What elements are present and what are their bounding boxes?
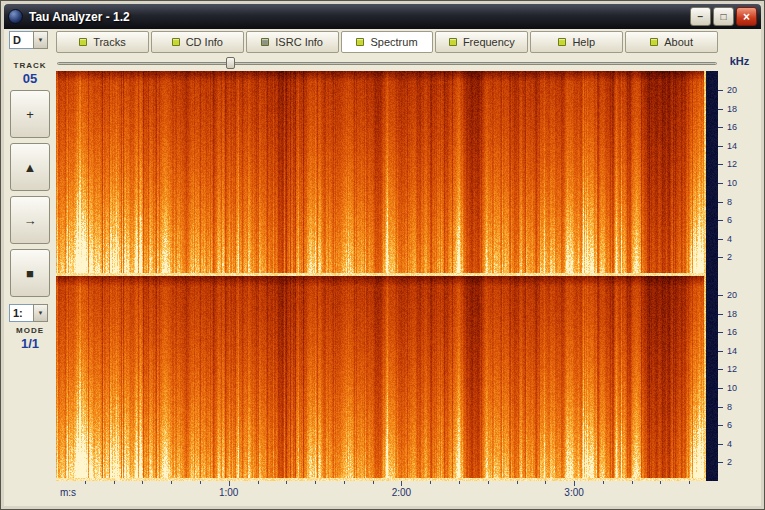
freq-tick-mark xyxy=(718,146,723,147)
freq-tick-mark xyxy=(718,425,723,426)
time-tick-mark xyxy=(344,481,345,484)
time-tick-mark xyxy=(286,481,287,484)
freq-tick-label: 20 xyxy=(727,86,737,95)
freq-tick-mark xyxy=(718,295,723,296)
dropdown-arrow-icon[interactable]: ▼ xyxy=(33,31,48,49)
time-tick-mark xyxy=(603,481,604,484)
tab-spectrum[interactable]: Spectrum xyxy=(341,31,434,53)
freq-tick-label: 4 xyxy=(727,440,732,449)
time-tick-mark xyxy=(488,481,489,484)
time-tick-label: 3:00 xyxy=(564,487,583,498)
tab-bar: TracksCD InfoISRC InfoSpectrumFrequencyH… xyxy=(56,31,718,53)
tab-status-icon xyxy=(79,38,87,46)
close-button[interactable]: × xyxy=(736,7,757,26)
time-tick-mark xyxy=(114,481,115,484)
time-tick-mark xyxy=(632,481,633,484)
time-tick-mark xyxy=(574,481,575,486)
time-tick-mark xyxy=(171,481,172,484)
tab-status-icon xyxy=(172,38,180,46)
tab-status-icon xyxy=(558,38,566,46)
freq-tick-label: 18 xyxy=(727,105,737,114)
freq-tick-label: 14 xyxy=(727,142,737,151)
time-tick-mark xyxy=(517,481,518,484)
eject-icon: ▲ xyxy=(24,160,37,175)
tab-label: Help xyxy=(572,36,595,48)
time-tick-mark xyxy=(401,481,402,486)
tab-label: CD Info xyxy=(186,36,223,48)
time-tick-mark xyxy=(229,481,230,486)
freq-tick-label: 12 xyxy=(727,365,737,374)
app-window: Tau Analyzer - 1.2 − □ × TracksCD InfoIS… xyxy=(0,0,765,510)
maximize-button[interactable]: □ xyxy=(713,7,734,26)
freq-tick-label: 12 xyxy=(727,160,737,169)
spectrogram-canvas xyxy=(56,71,718,481)
freq-tick-mark xyxy=(718,202,723,203)
freq-tick-mark xyxy=(718,462,723,463)
tab-label: Spectrum xyxy=(370,36,417,48)
freq-tick-mark xyxy=(718,220,723,221)
time-tick-mark xyxy=(545,481,546,484)
time-tick-mark xyxy=(258,481,259,484)
tab-cd-info[interactable]: CD Info xyxy=(151,31,244,53)
freq-tick-label: 2 xyxy=(727,253,732,262)
position-slider-groove[interactable] xyxy=(57,62,717,65)
freq-tick-label: 8 xyxy=(727,403,732,412)
time-tick-mark xyxy=(689,481,690,484)
freq-tick-mark xyxy=(718,90,723,91)
drive-select-value: D xyxy=(9,31,33,49)
tab-about[interactable]: About xyxy=(625,31,718,53)
tab-label: Frequency xyxy=(463,36,515,48)
track-number: 05 xyxy=(4,71,56,86)
tab-tracks[interactable]: Tracks xyxy=(56,31,149,53)
titlebar[interactable]: Tau Analyzer - 1.2 − □ × xyxy=(4,4,761,29)
stop-icon: ■ xyxy=(26,266,34,281)
play-icon: + xyxy=(26,107,34,122)
freq-tick-mark xyxy=(718,314,723,315)
freq-tick-mark xyxy=(718,332,723,333)
freq-tick-mark xyxy=(718,164,723,165)
freq-tick-mark xyxy=(718,388,723,389)
tab-isrc-info[interactable]: ISRC Info xyxy=(246,31,339,53)
freq-tick-label: 18 xyxy=(727,310,737,319)
time-axis-unit: m:s xyxy=(60,487,76,498)
minimize-button[interactable]: − xyxy=(690,7,711,26)
frequency-axis-unit: kHz xyxy=(718,55,761,67)
dropdown-arrow-icon[interactable]: ▼ xyxy=(33,304,48,322)
next-button[interactable]: → xyxy=(10,196,50,244)
freq-tick-mark xyxy=(718,183,723,184)
freq-tick-mark xyxy=(718,444,723,445)
time-tick-mark xyxy=(200,481,201,484)
mode-label: MODE xyxy=(4,326,56,335)
freq-tick-label: 10 xyxy=(727,179,737,188)
drive-select[interactable]: D ▼ xyxy=(9,31,48,49)
position-slider[interactable] xyxy=(56,56,718,70)
frequency-axis: 20181614121086422018161412108642 xyxy=(718,71,761,481)
window-controls: − □ × xyxy=(690,7,757,26)
position-slider-thumb[interactable] xyxy=(226,57,235,69)
freq-tick-mark xyxy=(718,369,723,370)
time-tick-label: 1:00 xyxy=(219,487,238,498)
sidebar: D ▼ TRACK 05 +▲→■ 1: ▼ MODE 1/1 xyxy=(4,4,56,506)
eject-button[interactable]: ▲ xyxy=(10,143,50,191)
freq-tick-label: 6 xyxy=(727,216,732,225)
freq-tick-label: 10 xyxy=(727,384,737,393)
stop-button[interactable]: ■ xyxy=(10,249,50,297)
time-tick-mark xyxy=(142,481,143,484)
freq-tick-mark xyxy=(718,257,723,258)
freq-tick-label: 6 xyxy=(727,421,732,430)
tab-status-icon xyxy=(261,38,269,46)
time-tick-mark xyxy=(85,481,86,484)
tab-frequency[interactable]: Frequency xyxy=(435,31,528,53)
tab-label: ISRC Info xyxy=(275,36,323,48)
freq-tick-mark xyxy=(718,407,723,408)
play-button[interactable]: + xyxy=(10,90,50,138)
freq-tick-mark xyxy=(718,109,723,110)
freq-tick-label: 16 xyxy=(727,328,737,337)
time-tick-mark xyxy=(459,481,460,484)
tab-help[interactable]: Help xyxy=(530,31,623,53)
speed-select[interactable]: 1: ▼ xyxy=(9,304,48,322)
time-axis: m:s 1:002:003:00 xyxy=(56,481,718,503)
freq-tick-mark xyxy=(718,127,723,128)
tab-status-icon xyxy=(356,38,364,46)
next-icon: → xyxy=(24,213,37,228)
